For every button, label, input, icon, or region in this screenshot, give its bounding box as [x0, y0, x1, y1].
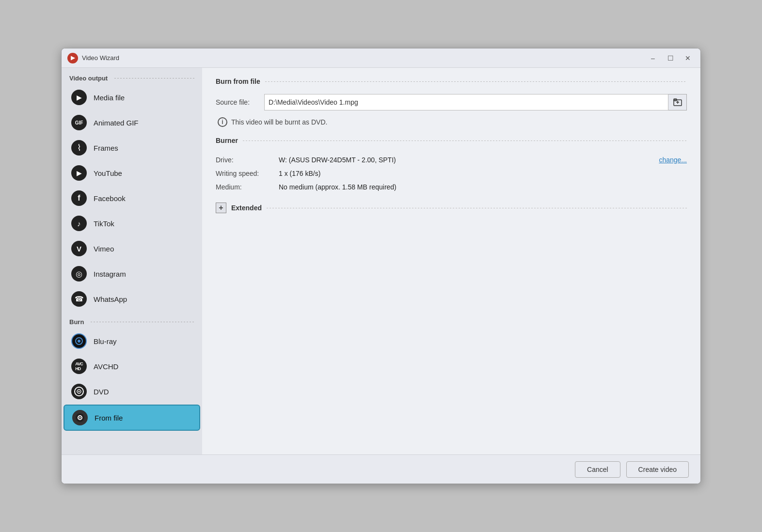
change-link[interactable]: change... — [659, 156, 687, 164]
sidebar-item-label: AVCHD — [94, 362, 118, 371]
dvd-icon — [71, 384, 87, 399]
bluray-icon — [71, 333, 87, 349]
sidebar-item-from-file[interactable]: From file — [64, 405, 200, 431]
medium-row: Medium: No medium (approx. 1.58 MB requi… — [216, 180, 687, 194]
burn-from-file-header: Burn from file — [216, 78, 687, 85]
drive-row: Drive: W: (ASUS DRW-24D5MT - 2.00, SPTI)… — [216, 153, 687, 167]
cancel-button[interactable]: Cancel — [575, 461, 620, 478]
burner-header: Burner — [216, 137, 687, 144]
medium-label: Medium: — [216, 183, 279, 191]
extended-row: + Extended — [216, 203, 687, 213]
svg-point-7 — [79, 417, 81, 419]
sidebar-item-bluray[interactable]: Blu-ray — [64, 329, 200, 353]
sidebar-item-label: TikTok — [94, 219, 114, 228]
window-title: Video Wizard — [82, 54, 646, 62]
maximize-button[interactable]: ☐ — [664, 51, 677, 65]
sidebar-item-vimeo[interactable]: V Vimeo — [64, 236, 200, 261]
sidebar-item-label: Blu-ray — [94, 337, 117, 345]
title-bar: ▶ Video Wizard – ☐ ✕ — [62, 48, 700, 68]
sidebar-item-label: Vimeo — [94, 245, 114, 253]
video-output-section-header: Video output — [62, 68, 202, 85]
minimize-button[interactable]: – — [646, 51, 660, 65]
sidebar-item-tiktok[interactable]: ♪ TikTok — [64, 211, 200, 235]
sidebar-item-media-file[interactable]: ▶ Media file — [64, 85, 200, 110]
sidebar-item-label: YouTube — [94, 169, 122, 177]
frames-icon: ⌇ — [71, 140, 87, 156]
sidebar-item-whatsapp[interactable]: ☎ WhatsApp — [64, 287, 200, 311]
svg-point-1 — [78, 340, 80, 343]
info-row: i This video will be burnt as DVD. — [216, 117, 687, 127]
writing-speed-row: Writing speed: 1 x (176 kB/s) — [216, 167, 687, 180]
svg-point-4 — [79, 391, 80, 392]
sidebar-item-label: WhatsApp — [94, 295, 127, 303]
main-content: Video output ▶ Media file GIF Animated G… — [62, 68, 700, 454]
sidebar: Video output ▶ Media file GIF Animated G… — [62, 68, 202, 454]
app-icon: ▶ — [67, 53, 78, 63]
info-icon: i — [218, 117, 227, 127]
extended-label: Extended — [231, 204, 262, 212]
animated-gif-icon: GIF — [71, 115, 87, 130]
drive-label: Drive: — [216, 156, 279, 164]
medium-value: No medium (approx. 1.58 MB required) — [279, 183, 687, 191]
sidebar-item-facebook[interactable]: f Facebook — [64, 186, 200, 210]
sidebar-item-label: Frames — [94, 144, 118, 152]
avchd-icon: AVCHD — [71, 359, 87, 374]
tiktok-icon: ♪ — [71, 216, 87, 231]
sidebar-item-avchd[interactable]: AVCHD AVCHD — [64, 354, 200, 378]
writing-speed-label: Writing speed: — [216, 170, 279, 177]
media-file-icon: ▶ — [71, 90, 87, 105]
whatsapp-icon: ☎ — [71, 291, 87, 307]
video-wizard-window: ▶ Video Wizard – ☐ ✕ Video output ▶ Medi… — [61, 48, 701, 484]
create-video-button[interactable]: Create video — [626, 461, 689, 478]
extended-expand-button[interactable]: + — [216, 203, 226, 213]
sidebar-item-label: Facebook — [94, 194, 126, 203]
source-file-input[interactable] — [264, 94, 668, 110]
instagram-icon: ◎ — [71, 266, 87, 282]
sidebar-item-dvd[interactable]: DVD — [64, 379, 200, 404]
writing-speed-value: 1 x (176 kB/s) — [279, 170, 687, 177]
sidebar-item-animated-gif[interactable]: GIF Animated GIF — [64, 110, 200, 135]
window-controls: – ☐ ✕ — [646, 51, 695, 65]
vimeo-icon: V — [71, 241, 87, 256]
sidebar-item-instagram[interactable]: ◎ Instagram — [64, 262, 200, 286]
facebook-icon: f — [71, 190, 87, 206]
sidebar-item-frames[interactable]: ⌇ Frames — [64, 136, 200, 160]
bottom-bar: Cancel Create video — [62, 454, 700, 484]
close-button[interactable]: ✕ — [681, 51, 695, 65]
from-file-icon — [72, 410, 88, 425]
sidebar-item-youtube[interactable]: ▶ YouTube — [64, 161, 200, 185]
info-text: This video will be burnt as DVD. — [231, 118, 327, 126]
source-file-row: Source file: — [216, 94, 687, 110]
browse-button[interactable] — [668, 94, 687, 110]
source-file-label: Source file: — [216, 98, 264, 106]
burn-section-header: Burn — [62, 312, 202, 329]
burner-section: Burner Drive: W: (ASUS DRW-24D5MT - 2.00… — [216, 137, 687, 194]
sidebar-item-label: DVD — [94, 388, 109, 396]
sidebar-item-label: Media file — [94, 94, 125, 102]
drive-value: W: (ASUS DRW-24D5MT - 2.00, SPTI) — [279, 156, 659, 164]
sidebar-item-label: From file — [95, 414, 123, 422]
sidebar-item-label: Instagram — [94, 270, 126, 278]
youtube-icon: ▶ — [71, 165, 87, 181]
right-panel: Burn from file Source file: i T — [202, 68, 700, 454]
sidebar-item-label: Animated GIF — [94, 119, 139, 127]
browse-icon — [673, 97, 683, 107]
